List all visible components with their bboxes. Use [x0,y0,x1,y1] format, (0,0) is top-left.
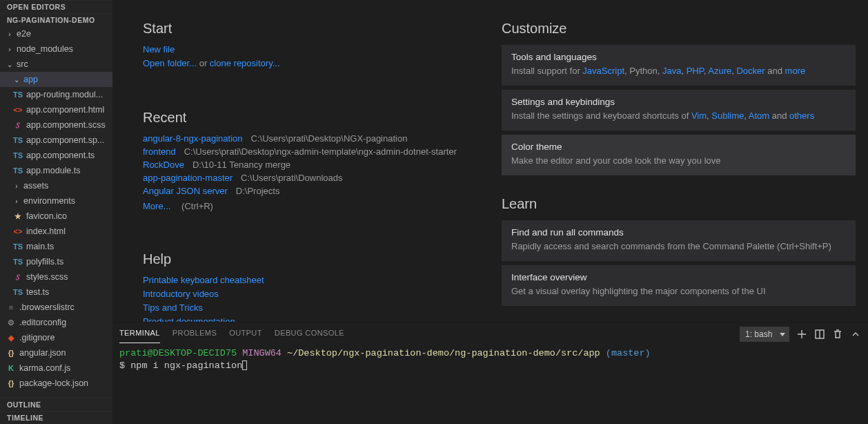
file-styles-scss[interactable]: 𝑆 styles.scss [0,269,112,285]
card-interface[interactable]: Interface overview Get a visual overlay … [502,265,856,306]
html-icon: <> [12,106,23,114]
card-body: Install support for JavaScript, Python, … [511,65,846,77]
file-polyfills[interactable]: TS polyfills.ts [0,254,112,269]
folder-assets[interactable]: › assets [0,178,112,193]
help-tips-link[interactable]: Tips and Tricks [143,302,203,313]
lang-php-link[interactable]: PHP [687,66,704,76]
ts-icon: TS [12,288,23,296]
ts-icon: TS [12,136,23,144]
kill-terminal-icon[interactable] [832,329,843,340]
terminal-output[interactable]: prati@DESKTOP-DECID75 MINGW64 ~/Desktop/… [112,346,868,424]
lang-js-link[interactable]: JavaScript [582,66,624,76]
recent-item-link[interactable]: angular-8-ngx-pagination [143,133,243,144]
file-tree: › e2e › node_modules ⌄ src ⌄ app TS app-… [0,26,112,398]
keymap-vim-link[interactable]: Vim [691,110,707,121]
recent-item-path: C:\Users\prati\Desktop\ngx-admin-templat… [184,146,457,157]
file-editorconfig[interactable]: ⚙ .editorconfig [0,315,112,330]
json-icon: {} [6,379,17,387]
ts-icon: TS [12,90,23,99]
lang-docker-link[interactable]: Docker [736,66,765,76]
folder-src[interactable]: ⌄ src [0,57,112,72]
card-title: Settings and keybindings [511,97,846,107]
keymap-atom-link[interactable]: Atom [749,110,769,121]
favicon-icon: ★ [12,212,23,221]
file-package-lock[interactable]: {} package-lock.json [0,376,112,391]
recent-item-path: D:\10-11 Tenancy merge [193,160,290,170]
chevron-right-icon: › [12,182,21,190]
clone-repo-link[interactable]: clone repository... [210,58,280,68]
tab-terminal[interactable]: TERMINAL [119,326,160,343]
card-tools[interactable]: Tools and languages Install support for … [502,45,856,86]
tab-debug-console[interactable]: DEBUG CONSOLE [275,326,344,343]
chevron-down-icon: ⌄ [6,61,14,68]
recent-item-link[interactable]: frontend [143,146,176,157]
card-title: Find and run all commands [511,227,846,238]
project-header[interactable]: NG-PAGINATION-DEMO [0,13,112,26]
file-app-module[interactable]: TS app.module.ts [0,163,112,178]
card-body: Install the settings and keyboard shortc… [511,110,846,122]
split-terminal-icon[interactable] [814,329,825,340]
help-videos-link[interactable]: Introductory videos [143,289,219,299]
card-theme[interactable]: Color theme Make the editor and your cod… [502,135,856,175]
maximize-panel-icon[interactable] [850,329,861,340]
lang-java-link[interactable]: Java [662,66,681,76]
open-folder-link[interactable]: Open folder... [143,58,197,68]
recent-item-link[interactable]: Angular JSON server [143,186,228,196]
card-body: Get a visual overlay highlighting the ma… [511,285,846,298]
scss-icon: 𝑆 [12,273,23,282]
folder-e2e[interactable]: › e2e [0,26,112,41]
card-settings[interactable]: Settings and keybindings Install the set… [502,90,856,131]
keymap-sublime-link[interactable]: Sublime [711,110,744,121]
help-heading: Help [143,251,474,267]
start-heading: Start [143,21,474,37]
file-app-component-spec[interactable]: TS app.component.sp... [0,133,112,148]
new-terminal-icon[interactable] [796,329,807,340]
tab-problems[interactable]: PROBLEMS [172,326,217,343]
main: Start New file Open folder... or clone r… [112,0,868,424]
recent-more-link[interactable]: More... [143,201,170,211]
karma-icon: K [6,364,17,372]
sidebar: OPEN EDITORS NG-PAGINATION-DEMO › e2e › … [0,0,112,424]
ts-icon: TS [12,166,23,175]
new-file-link[interactable]: New file [143,44,175,55]
file-app-component-scss[interactable]: 𝑆 app.component.scss [0,117,112,133]
recent-more-key: (Ctrl+R) [181,201,213,211]
help-cheatsheet-link[interactable]: Printable keyboard cheatsheet [143,275,264,285]
bottom-panel: TERMINAL PROBLEMS OUTPUT DEBUG CONSOLE 1… [112,322,868,424]
terminal-select[interactable]: 1: bash [740,327,789,342]
lang-more-link[interactable]: more [785,66,806,76]
file-test-ts[interactable]: TS test.ts [0,285,112,300]
card-commands[interactable]: Find and run all commands Rapidly access… [502,220,856,261]
card-title: Tools and languages [511,52,846,62]
file-angular-json[interactable]: {} angular.json [0,345,112,360]
ts-icon: TS [12,242,23,251]
timeline-header[interactable]: TIMELINE [0,411,112,424]
file-app-routing[interactable]: TS app-routing.modul... [0,87,112,102]
file-karma[interactable]: K karma.conf.js [0,360,112,376]
recent-item-path: D:\Projects [236,186,280,196]
file-browserslist[interactable]: ≡ .browserslistrc [0,300,112,315]
recent-item-link[interactable]: RockDove [143,160,184,170]
tab-output[interactable]: OUTPUT [229,326,262,343]
ts-icon: TS [12,151,23,160]
file-app-component-ts[interactable]: TS app.component.ts [0,148,112,163]
folder-node-modules[interactable]: › node_modules [0,41,112,57]
outline-header[interactable]: OUTLINE [0,398,112,411]
open-editors-header[interactable]: OPEN EDITORS [0,0,112,13]
folder-environments[interactable]: › environments [0,193,112,209]
file-gitignore[interactable]: ◆ .gitignore [0,330,112,345]
file-app-component-html[interactable]: <> app.component.html [0,102,112,117]
file-favicon[interactable]: ★ favicon.ico [0,209,112,224]
json-icon: {} [6,349,17,357]
learn-heading: Learn [502,196,856,212]
scss-icon: 𝑆 [12,121,23,130]
file-main-ts[interactable]: TS main.ts [0,239,112,254]
gear-icon: ⚙ [6,318,17,327]
card-title: Interface overview [511,272,846,282]
help-docs-link[interactable]: Product documentation [143,316,235,322]
folder-app[interactable]: ⌄ app [0,72,112,87]
lang-azure-link[interactable]: Azure [708,66,731,76]
file-index-html[interactable]: <> index.html [0,224,112,239]
recent-item-link[interactable]: app-pagination-master [143,173,233,183]
keymap-others-link[interactable]: others [789,110,814,121]
